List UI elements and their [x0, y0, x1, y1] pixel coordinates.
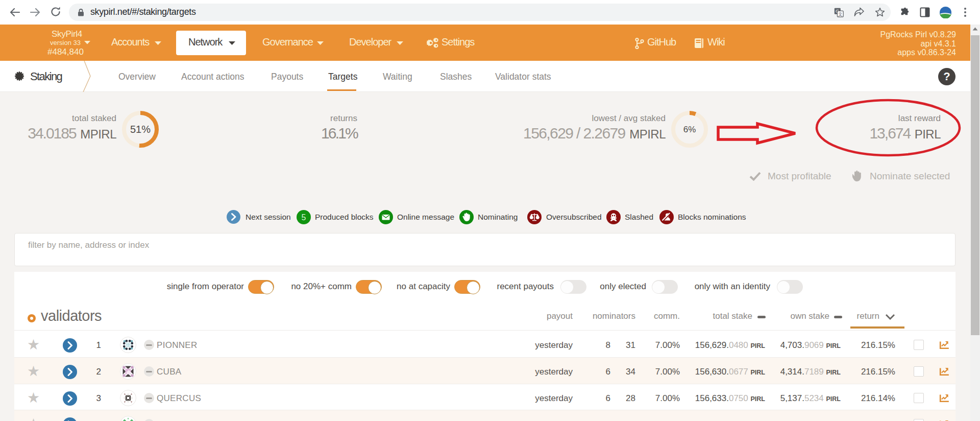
svg-text:51%: 51%	[130, 124, 151, 135]
svg-text:6%: 6%	[683, 125, 696, 134]
svg-text:文: 文	[838, 12, 843, 17]
svg-text:5: 5	[302, 213, 306, 222]
